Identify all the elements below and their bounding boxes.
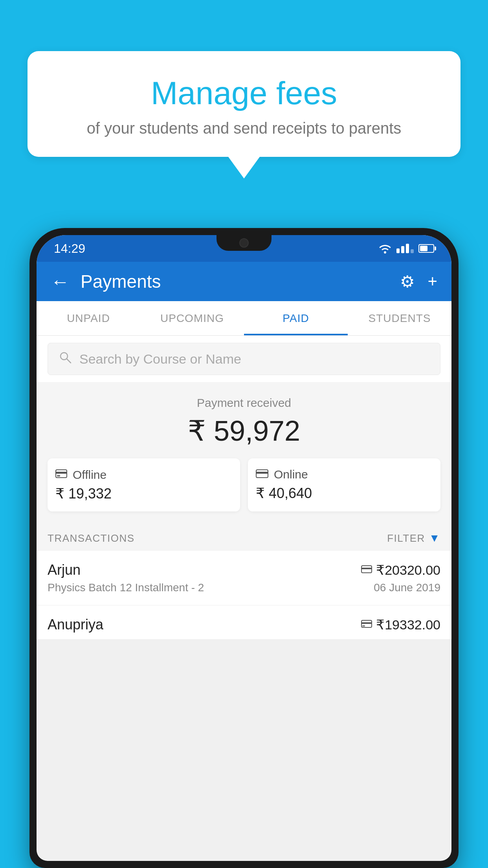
search-input-placeholder: Search by Course or Name xyxy=(79,351,241,367)
back-button[interactable]: ← xyxy=(51,271,70,292)
transaction-course: Physics Batch 12 Installment - 2 xyxy=(48,581,204,594)
transaction-row-partial-top: Anupriya ₹19332.00 xyxy=(48,616,440,633)
svg-rect-11 xyxy=(362,625,365,627)
speech-bubble-title: Manage fees xyxy=(59,75,429,112)
transaction-date: 06 June 2019 xyxy=(374,581,440,594)
transaction-row-bottom: Physics Batch 12 Installment - 2 06 June… xyxy=(48,581,440,594)
speech-bubble-container: Manage fees of your students and send re… xyxy=(28,51,460,178)
settings-icon[interactable]: ⚙ xyxy=(400,272,415,291)
status-icons xyxy=(378,243,434,254)
offline-icon xyxy=(55,468,67,482)
svg-rect-8 xyxy=(361,568,372,569)
tab-paid[interactable]: PAID xyxy=(244,301,348,335)
svg-rect-6 xyxy=(256,472,268,474)
signal-icon xyxy=(396,244,414,253)
battery-icon xyxy=(418,244,434,253)
filter-label: FILTER xyxy=(387,532,425,544)
transaction-amount-container: ₹20320.00 xyxy=(361,562,440,578)
wifi-icon xyxy=(378,243,392,254)
payment-received-label: Payment received xyxy=(48,396,440,410)
transaction-amount-container-2: ₹19332.00 xyxy=(361,617,440,633)
tabs-bar: UNPAID UPCOMING PAID STUDENTS xyxy=(37,301,451,336)
tab-students[interactable]: STUDENTS xyxy=(348,301,451,335)
online-payment-card: Online ₹ 40,640 xyxy=(248,458,440,511)
transaction-row[interactable]: Arjun ₹20320.00 Physics Batch 12 Install… xyxy=(37,551,451,605)
phone-screen: 14:29 ← Pay xyxy=(37,235,451,861)
svg-line-1 xyxy=(67,359,71,363)
speech-bubble: Manage fees of your students and send re… xyxy=(28,51,460,157)
transactions-header: TRANSACTIONS FILTER ▼ xyxy=(37,522,451,551)
filter-icon: ▼ xyxy=(429,532,440,544)
transaction-row-partial[interactable]: Anupriya ₹19332.00 xyxy=(37,605,451,639)
online-card-header: Online xyxy=(256,468,433,481)
transactions-label: TRANSACTIONS xyxy=(48,532,135,544)
phone-notch xyxy=(216,235,272,251)
payment-total-amount: ₹ 59,972 xyxy=(48,414,440,447)
transaction-name: Arjun xyxy=(48,562,81,578)
add-icon[interactable]: + xyxy=(427,272,437,291)
payment-cards: Offline ₹ 19,332 Online xyxy=(48,458,440,511)
header-title: Payments xyxy=(81,271,400,292)
offline-payment-card: Offline ₹ 19,332 xyxy=(48,458,240,511)
transaction-amount: ₹20320.00 xyxy=(376,562,440,578)
transaction-row-top: Arjun ₹20320.00 xyxy=(48,562,440,578)
phone-camera xyxy=(239,238,249,248)
svg-rect-3 xyxy=(56,472,67,474)
tab-unpaid[interactable]: UNPAID xyxy=(37,301,140,335)
header-actions: ⚙ + xyxy=(400,272,437,291)
speech-bubble-arrow xyxy=(228,157,260,178)
search-bar[interactable]: Search by Course or Name xyxy=(48,343,440,375)
filter-button[interactable]: FILTER ▼ xyxy=(387,532,440,544)
transaction-name-2: Anupriya xyxy=(48,616,103,633)
card-payment-icon xyxy=(361,564,372,576)
online-amount: ₹ 40,640 xyxy=(256,485,433,502)
status-time: 14:29 xyxy=(54,241,85,256)
app-header: ← Payments ⚙ + xyxy=(37,262,451,301)
svg-rect-10 xyxy=(361,622,372,624)
offline-payment-icon xyxy=(361,618,372,631)
payment-summary: Payment received ₹ 59,972 Offline xyxy=(37,382,451,522)
search-container: Search by Course or Name xyxy=(37,336,451,382)
offline-card-header: Offline xyxy=(55,468,232,482)
online-icon xyxy=(256,468,268,481)
svg-rect-4 xyxy=(57,475,60,476)
online-label: Online xyxy=(274,468,308,481)
offline-label: Offline xyxy=(73,468,106,482)
tab-upcoming[interactable]: UPCOMING xyxy=(140,301,244,335)
transaction-amount-2: ₹19332.00 xyxy=(376,617,440,633)
speech-bubble-subtitle: of your students and send receipts to pa… xyxy=(59,120,429,137)
phone-frame: 14:29 ← Pay xyxy=(29,228,459,868)
offline-amount: ₹ 19,332 xyxy=(55,485,232,502)
search-icon xyxy=(59,351,72,367)
